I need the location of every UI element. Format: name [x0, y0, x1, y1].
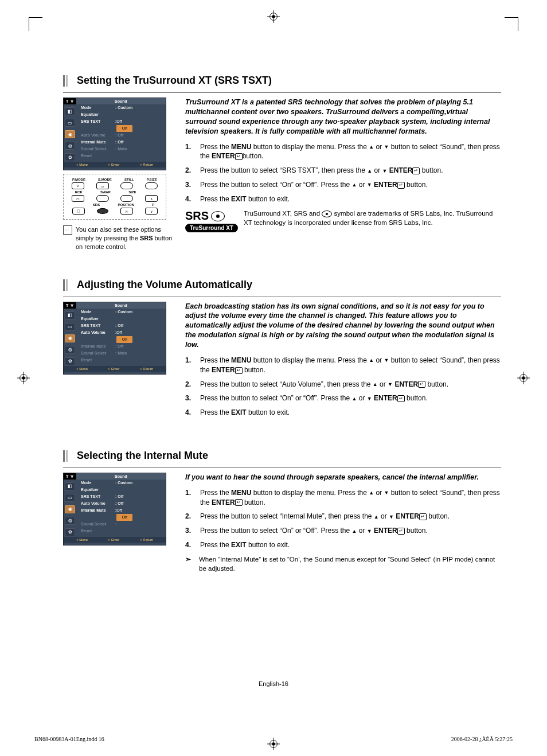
step-item: Press the MENU button to display the men… [185, 142, 501, 162]
divider [63, 297, 501, 297]
indd-filename: BN68-00983A-01Eng.indd 16 [34, 736, 104, 742]
steps-list: Press the MENU button to display the men… [185, 356, 501, 418]
step-item: Press the EXIT button to exit. [185, 408, 501, 418]
srs-logo-icon: SRS TruSurround XT [185, 209, 238, 232]
section-ornament-icon [63, 279, 70, 291]
page-content: Setting the TruSurround XT (SRS TSXT) T … [0, 0, 547, 756]
chevron-icon: ➣ [185, 555, 193, 573]
section-title: Adjusting the Volume Automatically [77, 279, 252, 291]
section-internal-mute: Selecting the Internal Mute T VSound◧▭◉◍… [63, 450, 501, 573]
step-item: Press the button to select “On” or “Off”… [185, 180, 501, 190]
osd-screenshot: T VSound◧▭◉◍✿Mode: CustomEqualizerSRS TS… [63, 98, 166, 170]
steps-list: Press the MENU button to display the men… [185, 142, 501, 204]
step-item: Press the MENU button to display the men… [185, 488, 501, 508]
step-item: Press the button to select “On” or “Off”… [185, 393, 501, 403]
intro-text: If you want to hear the sound through se… [185, 473, 501, 482]
osd-screenshot: T VSound◧▭◉◍✿Mode: CustomEqualizerSRS TS… [63, 302, 166, 375]
osd-screenshot: T VSound◧▭◉◍✿Mode: CustomEqualizerSRS TS… [63, 473, 166, 545]
section-ornament-icon [63, 450, 70, 462]
step-item: Press the button to select “Internal Mut… [185, 512, 501, 521]
section-title: Setting the TruSurround XT (SRS TSXT) [77, 75, 272, 87]
step-item: Press the EXIT button to exit. [185, 540, 501, 550]
step-item: Press the button to select “On” or “Off”… [185, 526, 501, 536]
intro-text: TruSurround XT is a patented SRS technol… [185, 98, 501, 137]
print-timestamp: 2006-02-28 ¿ÀÈÃ 5:27:25 [451, 736, 513, 742]
side-note: ☞ You can also set these options simply … [63, 225, 175, 251]
srs-symbol-icon [322, 211, 332, 217]
print-footer: BN68-00983A-01Eng.indd 16 2006-02-28 ¿ÀÈ… [34, 736, 513, 742]
srs-trademark-text: TruSurround XT, SRS and symbol are trade… [244, 209, 501, 227]
section-ornament-icon [63, 75, 70, 87]
hand-icon: ☞ [63, 225, 72, 235]
step-item: Press the EXIT button to exit. [185, 194, 501, 204]
section-srs-tsxt: Setting the TruSurround XT (SRS TSXT) T … [63, 75, 501, 251]
sub-note: ➣ When “Internal Mute” is set to “On’, t… [185, 555, 501, 573]
step-item: Press the button to select “Auto Volume”… [185, 380, 501, 389]
divider [63, 467, 501, 468]
section-title: Selecting the Internal Mute [77, 450, 208, 462]
step-item: Press the button to select “SRS TSXT”, t… [185, 166, 501, 176]
page-number: English-16 [0, 680, 547, 687]
intro-text: Each broadcasting station has its own si… [185, 302, 501, 350]
srs-trademark-block: SRS TruSurround XT TruSurround XT, SRS a… [185, 209, 501, 232]
remote-diagram: P.MODES.MODESTILLP.SIZE⎚▭RCESWAPSIZE▭∧SR… [63, 174, 166, 220]
section-auto-volume: Adjusting the Volume Automatically T VSo… [63, 279, 501, 422]
step-item: Press the MENU button to display the men… [185, 356, 501, 375]
divider [63, 92, 501, 93]
steps-list: Press the MENU button to display the men… [185, 488, 501, 550]
